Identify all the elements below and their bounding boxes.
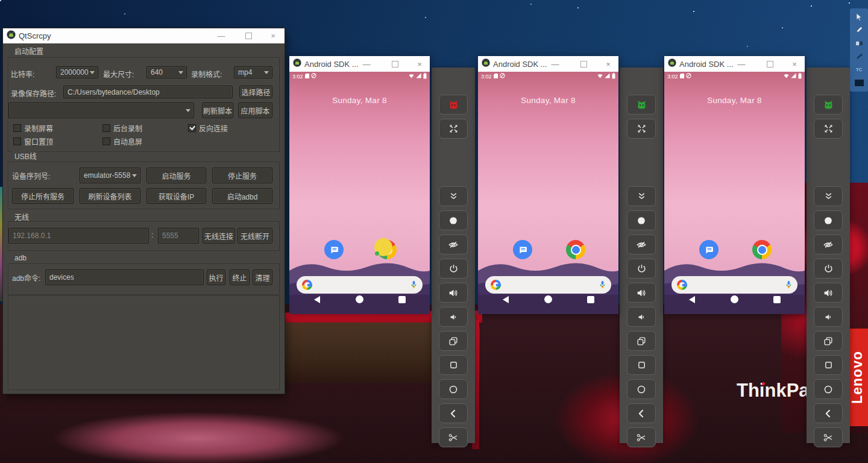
apply-script-button[interactable]: 应用脚本 (238, 102, 272, 118)
minimize-button[interactable]: — (213, 28, 229, 43)
google-search-bar[interactable] (485, 276, 611, 294)
refresh-script-button[interactable]: 刷新脚本 (202, 102, 233, 118)
log-output-area[interactable] (8, 295, 280, 390)
nav-recents-icon[interactable] (398, 296, 406, 303)
volume-up-button[interactable] (627, 283, 656, 303)
chrome-icon[interactable] (566, 240, 585, 259)
fullscreen-button[interactable] (814, 119, 843, 139)
execute-button[interactable]: 执行 (207, 269, 225, 285)
start-service-button[interactable]: 启动服务 (146, 168, 206, 183)
close-button[interactable]: × (601, 56, 615, 72)
nav-home-icon[interactable] (356, 295, 363, 303)
volume-up-button[interactable] (439, 283, 468, 303)
mic-icon[interactable] (785, 280, 792, 291)
device-screen[interactable]: 3:02 Sunday, Mar 8 (289, 72, 430, 314)
messages-icon[interactable] (513, 240, 532, 259)
marker-icon[interactable] (854, 51, 864, 61)
back-button[interactable] (814, 403, 843, 423)
app-switch-button[interactable] (814, 331, 843, 351)
choose-path-button[interactable]: 选择路径 (239, 86, 272, 98)
close-button[interactable]: × (787, 56, 802, 72)
messages-icon[interactable] (699, 240, 719, 259)
screenshot-button[interactable] (439, 427, 468, 447)
device-screen[interactable]: 3:02 Sunday, Mar 8 (664, 72, 805, 314)
app-switch-button[interactable] (439, 331, 468, 351)
eraser-icon[interactable] (854, 38, 864, 48)
checkbox-background-record[interactable]: 后台录制 (102, 123, 142, 133)
power-button[interactable] (627, 259, 656, 279)
google-search-bar[interactable] (297, 276, 423, 294)
maxsize-select[interactable]: 640 (146, 66, 187, 78)
mic-icon[interactable] (410, 280, 417, 291)
serial-select[interactable]: emulator-5558 (80, 168, 140, 183)
group-control-button[interactable] (627, 95, 656, 115)
get-device-ip-button[interactable]: 获取设备IP (146, 188, 206, 204)
maximize-button[interactable] (388, 56, 402, 72)
app-switch-button[interactable] (627, 331, 656, 351)
screen-icon[interactable] (854, 78, 864, 88)
nav-back-icon[interactable] (689, 296, 695, 303)
format-select[interactable]: mp4 (234, 66, 272, 78)
close-button[interactable]: × (265, 28, 281, 43)
screenshot-button[interactable] (814, 427, 843, 447)
save-path-input[interactable]: C:/Users/bytedance/Desktop (63, 86, 233, 98)
expand-button[interactable] (439, 186, 468, 206)
menu-button[interactable] (439, 355, 468, 375)
screen-off-button[interactable] (814, 235, 843, 254)
touch-button[interactable] (439, 210, 468, 230)
text-tool-icon[interactable]: TC (854, 65, 864, 75)
nav-back-icon[interactable] (503, 296, 509, 303)
checkbox-record-screen[interactable]: 录制屏幕 (13, 123, 53, 133)
refresh-device-list-button[interactable]: 刷新设备列表 (80, 188, 140, 204)
adb-command-input[interactable]: devices (45, 269, 204, 285)
mic-icon[interactable] (599, 280, 606, 291)
bitrate-select[interactable]: 2000000 (56, 66, 98, 78)
back-button[interactable] (627, 403, 656, 423)
stop-all-services-button[interactable]: 停止所有服务 (12, 188, 74, 204)
chrome-icon[interactable] (752, 240, 772, 259)
nav-recents-icon[interactable] (773, 296, 781, 303)
nav-home-icon[interactable] (731, 295, 738, 303)
pen-icon[interactable] (854, 25, 864, 35)
fullscreen-button[interactable] (627, 119, 656, 139)
google-search-bar[interactable] (671, 276, 797, 294)
device-screen[interactable]: 3:02 Sunday, Mar 8 (478, 72, 618, 314)
back-button[interactable] (439, 403, 468, 423)
maximize-button[interactable] (576, 56, 591, 72)
maximize-button[interactable] (763, 56, 777, 72)
script-select[interactable] (8, 102, 194, 118)
cursor-icon[interactable] (854, 11, 864, 22)
start-adbd-button[interactable]: 启动adbd (212, 188, 272, 204)
menu-button[interactable] (627, 355, 656, 375)
volume-down-button[interactable] (439, 307, 468, 327)
minimize-button[interactable]: — (359, 56, 374, 72)
checkbox-window-on-top[interactable]: 窗口置顶 (13, 136, 53, 146)
screenshot-button[interactable] (627, 427, 656, 447)
screen-off-button[interactable] (627, 235, 656, 254)
volume-down-button[interactable] (627, 307, 656, 327)
touch-button[interactable] (814, 210, 843, 230)
stop-service-button[interactable]: 停止服务 (212, 168, 272, 183)
minimize-button[interactable]: — (734, 56, 749, 72)
menu-button[interactable] (814, 355, 843, 375)
close-button[interactable]: × (412, 56, 427, 72)
touch-button[interactable] (627, 210, 656, 230)
maximize-button[interactable] (241, 28, 256, 43)
wireless-port-input[interactable]: 5555 (158, 228, 199, 244)
wireless-ip-input[interactable]: 192.168.0.1 (8, 228, 149, 244)
power-button[interactable] (439, 259, 468, 279)
group-control-button[interactable] (439, 95, 468, 115)
nav-home-icon[interactable] (544, 295, 552, 303)
minimize-button[interactable]: — (548, 56, 562, 72)
volume-down-button[interactable] (814, 307, 843, 327)
nav-back-icon[interactable] (314, 296, 320, 303)
clear-button[interactable]: 清理 (253, 269, 272, 285)
home-button[interactable] (814, 379, 843, 399)
checkbox-auto-screen-off[interactable]: 自动息屏 (102, 136, 142, 146)
group-control-button[interactable] (814, 95, 843, 115)
volume-up-button[interactable] (814, 283, 843, 303)
home-button[interactable] (439, 379, 468, 399)
power-button[interactable] (814, 259, 843, 279)
screen-off-button[interactable] (439, 235, 468, 254)
expand-button[interactable] (814, 186, 843, 206)
